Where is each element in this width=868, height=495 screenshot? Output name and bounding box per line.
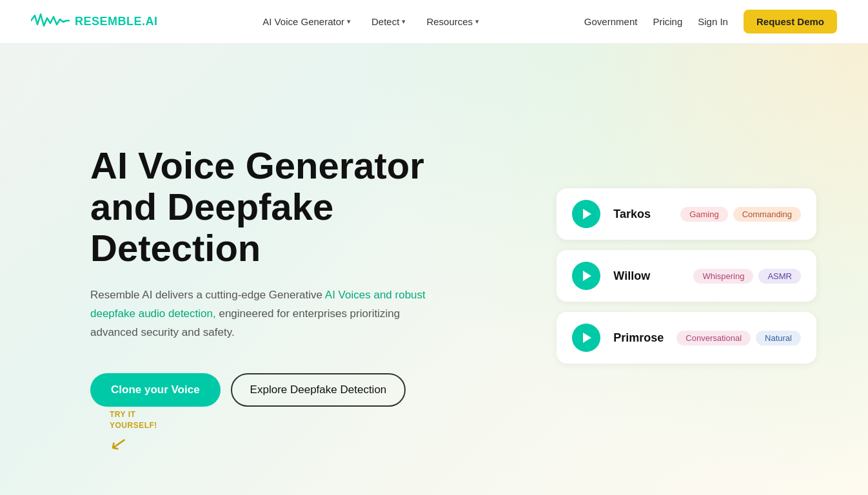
hero-left: AI Voice Generator and Deepfake Detectio… <box>90 145 464 407</box>
play-willow-button[interactable] <box>572 262 600 290</box>
chevron-down-icon: ▾ <box>347 17 351 26</box>
nav-right: Government Pricing Sign In Request Demo <box>584 10 837 34</box>
logo-text: RESEMBLE.AI <box>75 15 158 28</box>
hero-section: AI Voice Generator and Deepfake Detectio… <box>0 44 868 495</box>
play-primrose-button[interactable] <box>572 324 600 352</box>
voice-tags-tarkos: Gaming Commanding <box>680 207 801 222</box>
voice-name-willow: Willow <box>613 269 680 283</box>
nav-sign-in[interactable]: Sign In <box>698 16 728 27</box>
nav-resources[interactable]: Resources ▾ <box>426 16 479 27</box>
explore-deepfake-button[interactable]: Explore Deepfake Detection <box>231 373 406 407</box>
hero-right-voices: Tarkos Gaming Commanding Willow Whisperi… <box>557 188 816 364</box>
tag-whispering: Whispering <box>693 269 753 284</box>
tag-gaming: Gaming <box>680 207 728 222</box>
nav-detect[interactable]: Detect ▾ <box>371 16 406 27</box>
hero-buttons: Clone your Voice Explore Deepfake Detect… <box>90 373 464 407</box>
play-tarkos-button[interactable] <box>572 200 600 228</box>
tag-natural: Natural <box>756 331 801 345</box>
request-demo-button[interactable]: Request Demo <box>744 10 837 34</box>
nav-pricing[interactable]: Pricing <box>653 16 682 27</box>
voice-card-tarkos: Tarkos Gaming Commanding <box>557 188 816 240</box>
hero-desc-plain: Resemble AI delivers a cutting-edge Gene… <box>90 289 325 301</box>
try-it-label: TRY IT YOURSELF! ↙ <box>110 409 157 458</box>
try-it-arrow-icon: ↙ <box>108 430 159 462</box>
voice-name-primrose: Primrose <box>613 331 664 345</box>
tag-commanding: Commanding <box>733 207 801 222</box>
nav-ai-voice-generator[interactable]: AI Voice Generator ▾ <box>262 16 351 27</box>
chevron-down-icon: ▾ <box>402 17 406 26</box>
nav-resources-label: Resources <box>426 16 473 27</box>
logo-wave-icon <box>31 12 70 32</box>
clone-voice-button[interactable]: Clone your Voice <box>90 373 221 407</box>
voice-tags-primrose: Conversational Natural <box>676 331 801 345</box>
voice-card-willow: Willow Whispering ASMR <box>557 250 816 302</box>
nav-center: AI Voice Generator ▾ Detect ▾ Resources … <box>262 16 479 27</box>
tag-asmr: ASMR <box>758 269 801 284</box>
nav-government[interactable]: Government <box>584 16 638 27</box>
voice-name-tarkos: Tarkos <box>613 208 667 221</box>
navbar: RESEMBLE.AI AI Voice Generator ▾ Detect … <box>0 0 868 44</box>
logo[interactable]: RESEMBLE.AI <box>31 12 158 32</box>
nav-ai-voice-label: AI Voice Generator <box>262 16 344 27</box>
try-it-text: TRY IT YOURSELF! <box>110 409 157 431</box>
hero-title: AI Voice Generator and Deepfake Detectio… <box>90 145 464 268</box>
hero-description: Resemble AI delivers a cutting-edge Gene… <box>90 286 426 342</box>
chevron-down-icon: ▾ <box>475 17 479 26</box>
nav-detect-label: Detect <box>371 16 399 27</box>
tag-conversational: Conversational <box>676 331 751 345</box>
voice-tags-willow: Whispering ASMR <box>693 269 801 284</box>
voice-card-primrose: Primrose Conversational Natural <box>557 312 816 364</box>
